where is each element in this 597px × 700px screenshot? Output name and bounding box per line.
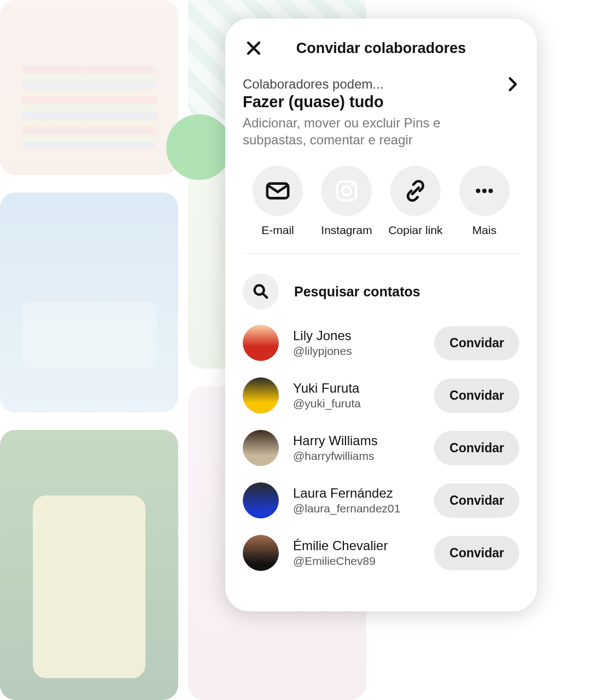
- contact-handle: @laura_fernandez01: [293, 502, 420, 515]
- contact-info: Yuki Furuta @yuki_furuta: [293, 381, 420, 410]
- modal-title: Convidar colaboradores: [296, 40, 466, 57]
- search-contacts[interactable]: Pesquisar contatos: [243, 273, 519, 310]
- more-icon: [472, 178, 497, 203]
- link-icon: [403, 178, 428, 203]
- share-copy-link[interactable]: Copiar link: [383, 166, 448, 237]
- share-more-label: Mais: [472, 224, 496, 237]
- modal-header: Convidar colaboradores: [243, 35, 519, 61]
- invite-button[interactable]: Convidar: [434, 378, 519, 413]
- instagram-icon: [334, 178, 359, 203]
- share-instagram-label: Instagram: [321, 224, 372, 237]
- svg-point-5: [482, 189, 487, 193]
- contact-name: Lily Jones: [293, 328, 420, 343]
- invite-button[interactable]: Convidar: [434, 536, 519, 570]
- contact-info: Lily Jones @lilypjones: [293, 328, 420, 358]
- permissions-description: Adicionar, mover ou excluir Pins e subpa…: [243, 114, 497, 148]
- share-email-label: E-mail: [261, 224, 294, 237]
- invite-button[interactable]: Convidar: [434, 326, 519, 360]
- contact-handle: @harryfwilliams: [293, 450, 420, 463]
- email-icon-circle: [253, 166, 303, 216]
- contact-handle: @EmilieChev89: [293, 555, 420, 568]
- contact-list: Lily Jones @lilypjones Convidar Yuki Fur…: [243, 325, 519, 571]
- avatar[interactable]: [243, 377, 279, 413]
- contact-name: Yuki Furuta: [293, 381, 420, 396]
- email-icon: [265, 178, 290, 203]
- instagram-icon-circle: [321, 166, 372, 216]
- svg-point-2: [342, 186, 351, 195]
- svg-point-6: [488, 189, 493, 193]
- share-copy-link-label: Copiar link: [388, 224, 442, 237]
- contact-row: Laura Fernández @laura_fernandez01 Convi…: [243, 482, 519, 518]
- avatar[interactable]: [243, 535, 279, 571]
- share-row: E-mail Instagram Copiar link Mais: [243, 166, 519, 254]
- contact-handle: @yuki_furuta: [293, 397, 420, 410]
- contact-row: Lily Jones @lilypjones Convidar: [243, 325, 519, 361]
- close-button[interactable]: [243, 37, 265, 59]
- share-instagram[interactable]: Instagram: [314, 166, 379, 237]
- chevron-right-icon: [504, 75, 522, 93]
- permissions-row[interactable]: Colaboradores podem... Fazer (quase) tud…: [243, 77, 519, 148]
- link-icon-circle: [390, 166, 441, 216]
- invite-button[interactable]: Convidar: [434, 431, 519, 465]
- contact-handle: @lilypjones: [293, 345, 420, 358]
- contact-name: Laura Fernández: [293, 486, 420, 501]
- contact-info: Émilie Chevalier @EmilieChev89: [293, 538, 420, 568]
- svg-point-4: [476, 189, 480, 193]
- permissions-label: Colaboradores podem...: [243, 77, 497, 92]
- contact-row: Émilie Chevalier @EmilieChev89 Convidar: [243, 535, 519, 571]
- share-email[interactable]: E-mail: [245, 166, 311, 237]
- permissions-heading: Fazer (quase) tudo: [243, 93, 497, 111]
- avatar[interactable]: [243, 430, 279, 466]
- contact-name: Émilie Chevalier: [293, 538, 420, 553]
- contact-info: Harry Williams @harryfwilliams: [293, 433, 420, 463]
- avatar[interactable]: [243, 482, 279, 518]
- search-icon: [251, 282, 270, 301]
- more-icon-circle: [459, 166, 510, 216]
- share-more[interactable]: Mais: [452, 166, 517, 237]
- svg-point-3: [351, 184, 354, 186]
- close-icon: [245, 40, 262, 56]
- contact-row: Yuki Furuta @yuki_furuta Convidar: [243, 377, 519, 413]
- search-placeholder: Pesquisar contatos: [294, 284, 420, 300]
- invite-collaborators-modal: Convidar colaboradores Colaboradores pod…: [225, 19, 537, 611]
- contact-row: Harry Williams @harryfwilliams Convidar: [243, 430, 519, 466]
- invite-button[interactable]: Convidar: [434, 483, 519, 518]
- search-icon-circle: [243, 273, 279, 310]
- contact-name: Harry Williams: [293, 433, 420, 448]
- avatar[interactable]: [243, 325, 279, 361]
- contact-info: Laura Fernández @laura_fernandez01: [293, 486, 420, 515]
